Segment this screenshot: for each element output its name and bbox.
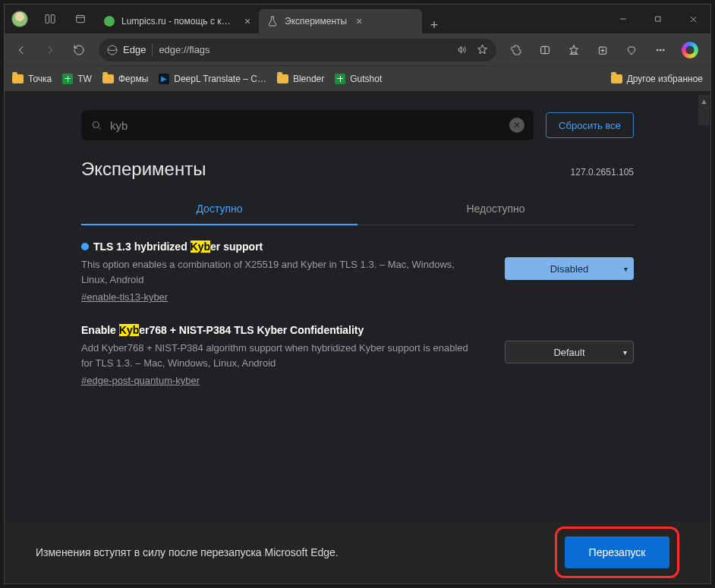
forward-button[interactable]: [36, 36, 64, 64]
copilot-icon: [682, 42, 698, 58]
svg-rect-1: [51, 15, 55, 24]
category-tabs: Доступно Недоступно: [81, 193, 634, 225]
split-screen-icon[interactable]: [531, 36, 559, 64]
tab-unavailable[interactable]: Недоступно: [358, 193, 634, 225]
flag-row: TLS 1.3 hybridized Kyber support This op…: [81, 241, 634, 303]
select-value: Disabled: [550, 263, 589, 275]
bookmark-label: TW: [77, 74, 92, 84]
page-title: Эксперименты: [81, 159, 206, 180]
svg-point-9: [663, 49, 664, 51]
chevron-down-icon: ▾: [623, 348, 627, 357]
titlebar: Lumpics.ru - помощь с компью × Экспериме…: [5, 5, 710, 33]
bookmark-label: Gutshot: [350, 74, 382, 84]
toolbar: Edge edge://flags: [5, 33, 710, 65]
address-bar[interactable]: Edge edge://flags: [99, 39, 496, 61]
avatar: [11, 11, 28, 27]
svg-point-7: [657, 49, 658, 51]
flag-title: Enable Kyber768 + NIST-P384 TLS Kyber Co…: [81, 324, 482, 336]
maximize-button[interactable]: [641, 5, 676, 33]
flag-description: This option enables a combination of X25…: [81, 257, 482, 287]
svg-rect-2: [77, 15, 85, 22]
modified-dot-icon: [81, 243, 89, 250]
tab-label: Lumpics.ru - помощь с компью: [121, 16, 235, 27]
copilot-button[interactable]: [676, 36, 704, 64]
favorite-icon[interactable]: [476, 43, 489, 56]
back-button[interactable]: [8, 36, 35, 64]
search-input[interactable]: kyb ✕: [81, 110, 534, 140]
bookmark-label: Точка: [28, 74, 52, 84]
bookmark-item[interactable]: ▶DeepL Translate – C…: [159, 74, 266, 84]
new-tab-button[interactable]: +: [422, 17, 446, 33]
menu-button[interactable]: [647, 36, 674, 64]
close-window-button[interactable]: [676, 5, 710, 33]
flag-anchor[interactable]: #enable-tls13-kyber: [81, 291, 168, 303]
bookmark-item[interactable]: Blender: [277, 74, 324, 84]
sheet-icon: [62, 74, 73, 84]
page-content: kyb ✕ Сбросить все Эксперименты 127.0.26…: [5, 95, 710, 583]
workspaces-icon[interactable]: [35, 5, 65, 33]
search-value: kyb: [110, 119, 502, 132]
browser-label: Edge: [123, 44, 146, 55]
extensions-icon[interactable]: [502, 36, 530, 64]
folder-icon: [277, 74, 288, 83]
flask-icon: [266, 15, 279, 27]
select-value: Default: [553, 347, 584, 358]
minimize-button[interactable]: [606, 5, 641, 33]
browser-tab[interactable]: Эксперименты ×: [259, 9, 422, 33]
refresh-button[interactable]: [65, 36, 93, 64]
flag-select[interactable]: Default▾: [505, 341, 634, 363]
highlight-box: Перезапуск: [555, 527, 679, 578]
read-aloud-icon[interactable]: [455, 43, 468, 56]
version-text: 127.0.2651.105: [571, 167, 634, 178]
sheet-icon: [335, 74, 345, 84]
reset-label: Сбросить все: [559, 120, 621, 131]
svg-rect-0: [46, 15, 49, 24]
flag-title: TLS 1.3 hybridized Kyber support: [81, 241, 482, 253]
bookmark-item[interactable]: Точка: [12, 74, 52, 84]
browser-tab[interactable]: Lumpics.ru - помощь с компью ×: [96, 9, 259, 33]
close-icon[interactable]: ×: [356, 15, 362, 27]
bookmark-label: Другое избранное: [627, 74, 703, 84]
bookmark-item[interactable]: Gutshot: [335, 74, 382, 84]
tab-label: Эксперименты: [285, 16, 347, 27]
flag-description: Add Kyber768 + NIST-P384 algorithm suppo…: [81, 341, 482, 370]
bookmark-label: Фермы: [118, 74, 148, 84]
bookmark-label: Blender: [293, 74, 324, 84]
folder-icon: [102, 74, 114, 83]
footer-message: Изменения вступят в силу после перезапус…: [36, 546, 555, 558]
browser-essentials-icon[interactable]: [618, 36, 645, 64]
other-bookmarks[interactable]: Другое избранное: [611, 74, 703, 84]
restart-label: Перезапуск: [589, 546, 646, 558]
search-icon: [90, 119, 102, 131]
bookmark-item[interactable]: Фермы: [102, 74, 148, 84]
folder-icon: [611, 74, 622, 83]
bookmark-item[interactable]: TW: [62, 74, 92, 84]
url-text: edge://flags: [159, 44, 449, 55]
tab-actions-icon[interactable]: [65, 5, 96, 33]
svg-point-10: [93, 121, 99, 127]
restart-footer: Изменения вступят в силу после перезапус…: [5, 522, 710, 583]
favicon-icon: [103, 15, 115, 27]
site-identity[interactable]: Edge: [106, 44, 146, 56]
tab-available[interactable]: Доступно: [81, 193, 358, 225]
scroll-up-icon: ▲: [701, 97, 708, 105]
close-icon[interactable]: ×: [244, 15, 250, 27]
svg-point-8: [660, 49, 661, 51]
restart-button[interactable]: Перезапуск: [565, 536, 669, 568]
scrollbar[interactable]: ▲: [698, 95, 710, 125]
svg-rect-3: [656, 17, 660, 21]
clear-search-icon[interactable]: ✕: [509, 118, 524, 133]
folder-icon: [12, 74, 24, 83]
chevron-down-icon: ▾: [624, 265, 628, 273]
deepl-icon: ▶: [159, 74, 169, 84]
flag-anchor[interactable]: #edge-post-quantum-kyber: [81, 375, 200, 386]
flag-select[interactable]: Disabled▾: [505, 257, 634, 280]
reset-all-button[interactable]: Сбросить все: [546, 112, 634, 138]
flag-row: Enable Kyber768 + NIST-P384 TLS Kyber Co…: [81, 324, 634, 386]
bookmarks-bar: Точка TW Фермы ▶DeepL Translate – C… Ble…: [5, 65, 710, 91]
bookmark-label: DeepL Translate – C…: [174, 74, 266, 84]
profile-button[interactable]: [5, 5, 35, 33]
favorites-icon[interactable]: [560, 36, 587, 64]
collections-icon[interactable]: [589, 36, 616, 64]
